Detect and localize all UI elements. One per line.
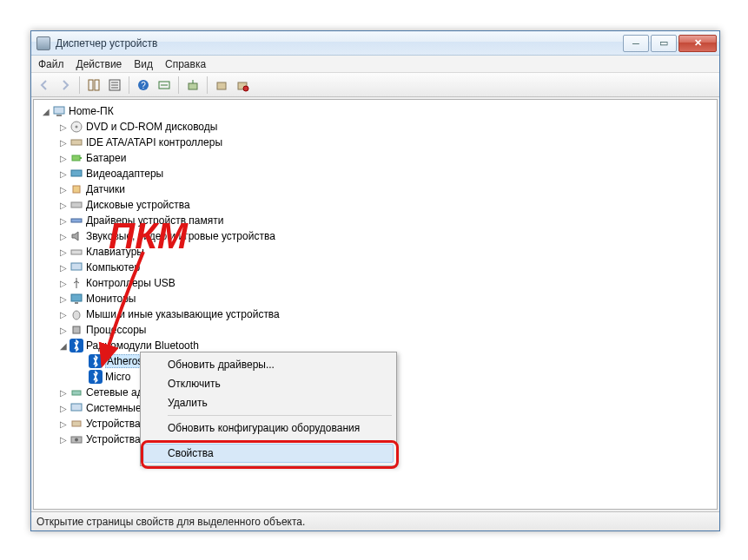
disable-button[interactable] [233, 76, 252, 95]
tree-category-mice[interactable]: ▷Мыши и иные указывающие устройства [36, 306, 715, 322]
svg-rect-27 [75, 302, 78, 304]
sensor-icon [70, 182, 83, 196]
computer-icon [52, 104, 66, 118]
expander-closed-icon[interactable]: ▷ [58, 387, 69, 398]
expander-closed-icon[interactable]: ▷ [58, 184, 69, 194]
tree-category-disk[interactable]: ▷Дисковые устройства [36, 197, 715, 213]
memory-icon [70, 214, 83, 227]
context-menu: Обновить драйверы... Отключить Удалить О… [140, 352, 397, 466]
menu-update-drivers[interactable]: Обновить драйверы... [143, 355, 394, 374]
properties-button[interactable] [105, 76, 124, 95]
expander-closed-icon[interactable]: ▷ [58, 153, 69, 163]
minimize-button[interactable]: ─ [623, 35, 649, 52]
svg-point-12 [243, 86, 248, 91]
expander-closed-icon[interactable]: ▷ [58, 200, 69, 210]
expander-closed-icon[interactable]: ▷ [58, 293, 69, 304]
monitor-icon [70, 292, 83, 306]
menu-disable[interactable]: Отключить [143, 374, 394, 393]
svg-rect-1 [95, 80, 99, 90]
expander-closed-icon[interactable]: ▷ [58, 262, 69, 273]
expander-closed-icon[interactable]: ▷ [58, 137, 69, 148]
tree-category-batteries[interactable]: ▷Батареи [36, 150, 715, 166]
menu-separator [168, 440, 392, 441]
toolbar: ? [31, 73, 719, 97]
usb-icon [70, 276, 83, 290]
tree-category-memory-drivers[interactable]: ▷Драйверы устройств памяти [36, 213, 715, 228]
help-button[interactable]: ? [134, 76, 153, 95]
close-button[interactable]: ✕ [678, 35, 717, 52]
mouse-icon [70, 307, 83, 321]
tree-category-monitors[interactable]: ▷Мониторы [36, 291, 715, 306]
speaker-icon [70, 229, 83, 243]
scan-hardware-button[interactable] [155, 76, 174, 95]
battery-icon [70, 151, 83, 165]
svg-rect-19 [80, 157, 82, 159]
tree-category-processors[interactable]: ▷Процессоры [36, 322, 715, 338]
menu-help[interactable]: Справка [165, 58, 206, 70]
svg-rect-23 [71, 219, 82, 222]
menu-rescan-hardware[interactable]: Обновить конфигурацию оборудования [143, 418, 394, 438]
menu-action[interactable]: Действие [76, 58, 122, 70]
svg-rect-14 [56, 115, 62, 116]
svg-rect-10 [217, 82, 226, 89]
window-title: Диспетчер устройств [56, 37, 623, 49]
expander-closed-icon[interactable]: ▷ [58, 122, 69, 132]
tree-category-sensors[interactable]: ▷Датчики [36, 181, 715, 197]
expander-closed-icon[interactable]: ▷ [58, 403, 69, 413]
svg-point-16 [76, 126, 78, 128]
svg-point-37 [75, 438, 78, 442]
camera-icon [70, 432, 83, 446]
expander-closed-icon[interactable]: ▷ [58, 215, 69, 226]
expander-open-icon[interactable]: ◢ [41, 106, 51, 116]
statusbar: Открытие страницы свойств для выделенног… [31, 511, 719, 530]
forward-button[interactable] [56, 76, 75, 95]
menu-properties[interactable]: Свойства [143, 444, 394, 463]
expander-closed-icon[interactable]: ▷ [58, 434, 69, 445]
uninstall-button[interactable] [212, 76, 231, 95]
tree-category-computer[interactable]: ▷Компьютер [36, 260, 715, 275]
titlebar[interactable]: Диспетчер устройств ─ ▭ ✕ [31, 31, 719, 56]
maximize-button[interactable]: ▭ [651, 35, 677, 52]
toolbar-separator [178, 76, 179, 94]
back-button[interactable] [35, 76, 54, 95]
tree-category-sound[interactable]: ▷Звуковые, видео и игровые устройства [36, 228, 715, 244]
tree-category-keyboards[interactable]: ▷Клавиатуры [36, 244, 715, 260]
keyboard-icon [70, 245, 83, 259]
expander-closed-icon[interactable]: ▷ [58, 278, 69, 288]
svg-point-28 [73, 311, 80, 320]
toolbar-separator [207, 76, 208, 94]
tree-category-ide[interactable]: ▷IDE ATA/ATAPI контроллеры [36, 135, 715, 150]
show-hide-console-tree-button[interactable] [84, 76, 103, 95]
svg-rect-17 [71, 140, 82, 145]
expander-closed-icon[interactable]: ▷ [58, 231, 69, 241]
svg-rect-24 [71, 250, 82, 254]
tree-category-usb[interactable]: ▷Контроллеры USB [36, 275, 715, 291]
svg-rect-34 [71, 404, 82, 411]
expander-open-icon[interactable]: ◢ [58, 340, 69, 351]
menubar: Файл Действие Вид Справка [31, 56, 719, 73]
svg-rect-25 [71, 263, 82, 270]
tree-category-dvd[interactable]: ▷DVD и CD-ROM дисководы [36, 119, 715, 135]
display-adapter-icon [70, 167, 83, 181]
expander-closed-icon[interactable]: ▷ [58, 247, 69, 257]
svg-rect-18 [72, 155, 80, 161]
status-text: Открытие страницы свойств для выделенног… [36, 516, 305, 528]
toolbar-separator [129, 76, 129, 94]
hid-icon [70, 417, 83, 431]
expander-closed-icon[interactable]: ▷ [58, 309, 69, 320]
expander-closed-icon[interactable]: ▷ [58, 325, 69, 335]
menu-delete[interactable]: Удалить [143, 393, 394, 412]
expander-closed-icon[interactable]: ▷ [58, 168, 69, 179]
update-driver-button[interactable] [183, 76, 202, 95]
disc-icon [70, 120, 83, 134]
expander-closed-icon[interactable]: ▷ [58, 418, 69, 429]
svg-rect-26 [71, 294, 82, 301]
svg-rect-29 [73, 326, 80, 333]
menu-separator [168, 415, 392, 416]
menu-view[interactable]: Вид [134, 58, 153, 70]
bluetooth-icon [70, 339, 83, 352]
computer-icon [70, 260, 83, 274]
tree-category-display[interactable]: ▷Видеоадаптеры [36, 166, 715, 181]
menu-file[interactable]: Файл [38, 58, 64, 70]
tree-root[interactable]: ◢ Home-ПК [36, 103, 715, 119]
